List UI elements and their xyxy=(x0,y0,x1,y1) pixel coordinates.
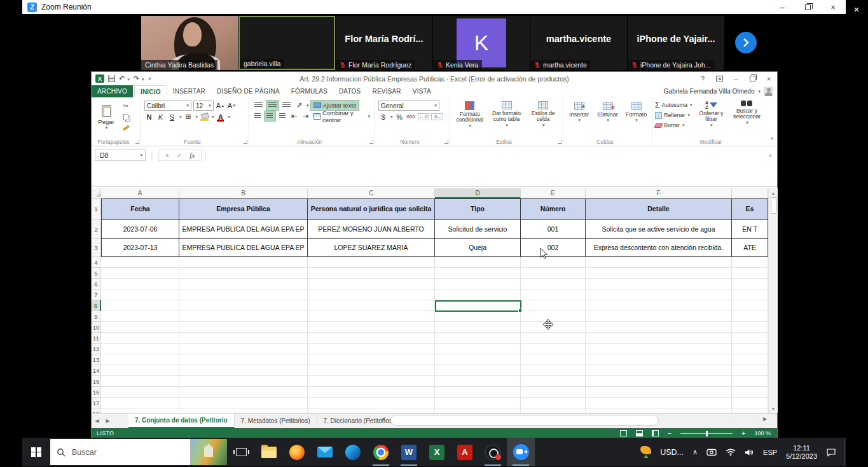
copy-button[interactable] xyxy=(121,113,131,121)
participant-tile-cinthia[interactable]: Cinthia Yadira Bastidas xyxy=(141,16,238,70)
zoom-out-button[interactable]: − xyxy=(668,429,672,437)
decrease-indent-button[interactable]: ⇤ xyxy=(289,111,299,121)
cell[interactable]: Número xyxy=(521,199,586,220)
zoom-in-button[interactable]: + xyxy=(741,429,745,437)
cell[interactable]: 002 xyxy=(521,239,586,257)
number-format-select[interactable]: General▾ xyxy=(378,101,439,111)
align-right-button[interactable] xyxy=(277,111,287,121)
clear-button[interactable]: Borrar▾ xyxy=(655,121,692,130)
cell[interactable] xyxy=(101,268,179,279)
acrobat-button[interactable]: A xyxy=(451,438,479,466)
chrome-button[interactable] xyxy=(367,438,395,466)
cell[interactable] xyxy=(179,257,308,268)
row-header-5[interactable]: 5 xyxy=(92,268,101,279)
cell[interactable] xyxy=(521,387,586,398)
cell[interactable] xyxy=(435,354,521,365)
align-left-button[interactable] xyxy=(252,111,263,121)
dialog-launcher-icon[interactable] xyxy=(369,140,373,144)
cell[interactable]: Tipo xyxy=(435,199,521,220)
sheet-nav-left-icon[interactable]: ◀ xyxy=(92,414,102,428)
file-explorer-button[interactable] xyxy=(255,438,283,466)
column-header-B[interactable]: B xyxy=(179,188,308,199)
decrease-decimal-button[interactable]: .0→ xyxy=(431,113,443,120)
firefox-button[interactable] xyxy=(283,438,311,466)
cell[interactable]: 2023-07-13 xyxy=(101,239,179,257)
cell[interactable] xyxy=(586,257,732,268)
task-view-button[interactable] xyxy=(227,438,255,466)
cell[interactable] xyxy=(521,311,586,322)
cell[interactable] xyxy=(101,398,179,408)
cell[interactable] xyxy=(179,322,308,333)
cell[interactable] xyxy=(101,354,179,365)
format-painter-button[interactable] xyxy=(121,123,131,132)
percent-format-button[interactable]: % xyxy=(395,112,404,122)
cell[interactable] xyxy=(101,279,179,289)
cell[interactable] xyxy=(732,387,768,398)
cell[interactable] xyxy=(586,268,732,279)
row-header-9[interactable]: 9 xyxy=(92,311,101,322)
edge-button[interactable] xyxy=(339,438,367,466)
undo-button[interactable]: ↶ ▾ xyxy=(119,74,130,83)
borders-button[interactable]: ⊞ xyxy=(184,112,193,122)
zoom-app-button[interactable] xyxy=(507,438,535,466)
cell[interactable] xyxy=(521,279,586,289)
participant-tile-flor[interactable]: Flor María Rodrí... Flor María Rodríguez xyxy=(336,16,432,70)
cell[interactable] xyxy=(732,268,768,279)
tab-datos[interactable]: DATOS xyxy=(333,85,367,97)
ribbon-display-options-button[interactable] xyxy=(711,72,727,85)
row-header-13[interactable]: 13 xyxy=(92,354,101,365)
cell[interactable]: ATE xyxy=(732,239,768,257)
cell[interactable] xyxy=(179,354,308,365)
sheet-tab-conjunto[interactable]: 7. Conjunto de datos (Petitorio xyxy=(128,414,235,428)
cell[interactable] xyxy=(521,354,586,365)
search-highlight-image[interactable] xyxy=(190,439,227,465)
row-header-16[interactable]: 16 xyxy=(92,387,101,398)
dialog-launcher-icon[interactable] xyxy=(135,140,139,144)
zoom-level[interactable]: 100 % xyxy=(754,430,771,436)
restore-button[interactable] xyxy=(795,0,820,14)
row-header-12[interactable]: 12 xyxy=(92,344,101,354)
tab-insertar[interactable]: INSERTAR xyxy=(167,85,211,97)
increase-decimal-button[interactable]: ←.0 xyxy=(418,113,430,120)
cell[interactable] xyxy=(732,365,768,376)
cell-styles-button[interactable]: Estilos de celda▾ xyxy=(526,99,560,128)
cell[interactable] xyxy=(179,398,308,408)
cell[interactable] xyxy=(732,279,768,289)
column-header-E[interactable]: E xyxy=(521,188,586,199)
sort-filter-button[interactable]: AZ Ordenar y filtrar▾ xyxy=(694,99,727,131)
cell[interactable] xyxy=(586,289,732,300)
page-layout-view-button[interactable] xyxy=(636,430,643,436)
dialog-launcher-icon[interactable] xyxy=(244,140,247,144)
vertical-scroll-thumb[interactable] xyxy=(771,197,776,214)
cell[interactable] xyxy=(732,333,768,344)
cell[interactable]: Detalle xyxy=(586,199,732,220)
bold-button[interactable]: N xyxy=(144,112,154,122)
participant-tile-gabriela[interactable]: gabriela.villa xyxy=(238,16,335,70)
scroll-down-icon[interactable]: ▼ xyxy=(771,404,776,413)
cell[interactable] xyxy=(101,311,179,322)
cell[interactable] xyxy=(179,333,308,344)
cell[interactable] xyxy=(179,311,308,322)
cell[interactable] xyxy=(179,268,308,279)
collapse-ribbon-icon[interactable]: ∧ xyxy=(770,136,774,141)
cell[interactable] xyxy=(586,344,732,354)
cell[interactable] xyxy=(521,333,586,344)
cell[interactable] xyxy=(732,354,768,365)
cell[interactable]: EMPRESA PUBLICA DEL AGUA EPA EP xyxy=(179,239,308,257)
cell[interactable] xyxy=(732,311,768,322)
cell[interactable] xyxy=(101,289,179,300)
cell[interactable] xyxy=(521,408,586,413)
help-button[interactable]: ? xyxy=(694,72,711,85)
participant-tile-kenia[interactable]: K Kenia Vera xyxy=(433,16,530,70)
save-icon[interactable] xyxy=(108,75,115,82)
excel-close-button[interactable]: × xyxy=(761,72,777,85)
formula-bar-expanded-area[interactable] xyxy=(92,164,777,187)
search-box[interactable]: Buscar xyxy=(50,439,227,465)
cell[interactable]: Solicita que se active servicio de agua xyxy=(586,220,732,239)
cell[interactable] xyxy=(101,408,179,413)
row-header-14[interactable]: 14 xyxy=(92,365,101,376)
cell[interactable]: LOPEZ SUAREZ MARIA xyxy=(308,239,435,257)
cell[interactable] xyxy=(435,376,521,387)
column-header-C[interactable]: C xyxy=(308,188,435,199)
grow-font-button[interactable]: A▲ xyxy=(216,101,225,111)
